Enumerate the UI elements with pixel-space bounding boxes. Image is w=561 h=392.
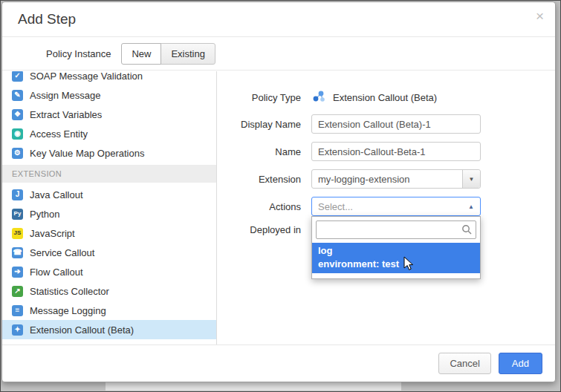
add-button[interactable]: Add — [499, 353, 542, 374]
sidebar-item-assign-message[interactable]: ✎Assign Message — [2, 85, 216, 105]
modal-header: Add Step × — [2, 2, 555, 37]
sidebar-item-soap-message-validation[interactable]: ✓SOAP Message Validation — [2, 71, 216, 85]
sidebar-item-label: Flow Callout — [30, 267, 83, 278]
assign-message-icon: ✎ — [12, 90, 23, 101]
sidebar-item-label: SOAP Message Validation — [30, 71, 143, 82]
sidebar-item-label: Message Logging — [30, 305, 106, 316]
sidebar-item-label: JavaScript — [30, 228, 75, 239]
display-name-row: Display Name — [218, 114, 555, 134]
soap-message-validation-icon: ✓ — [12, 71, 23, 82]
key-value-map-operations-icon: ⚙ — [12, 148, 23, 159]
close-icon[interactable]: × — [536, 9, 544, 23]
actions-search-input[interactable] — [316, 220, 476, 239]
page: Add Step × Policy Instance New Existing … — [0, 0, 561, 392]
actions-select[interactable]: Select... ▲ — [311, 197, 481, 216]
service-callout-icon: ☎ — [12, 247, 23, 258]
policy-instance-label: Policy Instance — [46, 48, 111, 59]
sidebar-item-statistics-collector[interactable]: ↗Statistics Collector — [2, 281, 216, 301]
sidebar-item-java-callout[interactable]: JJava Callout — [2, 185, 216, 204]
policy-type-label: Policy Type — [218, 92, 301, 103]
name-label: Name — [218, 146, 301, 157]
display-name-input[interactable] — [311, 114, 481, 134]
access-entity-icon: ◉ — [12, 128, 23, 140]
sidebar-item-label: Extension Callout (Beta) — [30, 324, 134, 336]
search-icon — [461, 224, 472, 238]
add-step-modal: Add Step × Policy Instance New Existing … — [1, 1, 556, 382]
extension-label: Extension — [218, 174, 301, 185]
sidebar-item-label: Extract Variables — [30, 109, 102, 120]
extension-callout-icon: ✦ — [12, 324, 23, 336]
sidebar-item-key-value-map-operations[interactable]: ⚙Key Value Map Operations — [2, 143, 216, 163]
sidebar-item-label: Key Value Map Operations — [30, 148, 144, 159]
extension-logo-icon — [311, 89, 326, 106]
statistics-collector-icon: ↗ — [12, 286, 23, 297]
modal-title: Add Step — [18, 11, 76, 27]
sidebar-item-extract-variables[interactable]: ❖Extract Variables — [2, 105, 216, 124]
action-option-label: log — [312, 243, 480, 258]
sidebar-item-message-logging[interactable]: ≡Message Logging — [2, 301, 216, 320]
action-option[interactable]: logenvironment: test — [312, 243, 480, 273]
new-button[interactable]: New — [121, 43, 161, 65]
extension-section-header: EXTENSION — [2, 165, 216, 183]
sidebar-item-label: Python — [30, 209, 59, 220]
action-option-sublabel: environment: test — [312, 258, 480, 273]
existing-button[interactable]: Existing — [160, 43, 215, 65]
extension-select-value: my-logging-extension — [318, 174, 410, 185]
policy-instance-toggle: New Existing — [121, 43, 215, 65]
cancel-button[interactable]: Cancel — [438, 353, 490, 374]
modal-footer: Cancel Add — [2, 344, 555, 382]
sidebar-item-label: Service Callout — [30, 247, 94, 258]
policy-list: ✓SOAP Message Validation✎Assign Message❖… — [2, 71, 217, 344]
extension-select[interactable]: my-logging-extension ▼ — [311, 169, 481, 189]
policy-type-value: Extension Callout (Beta) — [333, 92, 437, 103]
flow-callout-icon: ➔ — [12, 267, 23, 278]
actions-dropdown-panel: logenvironment: test — [311, 216, 481, 279]
name-input[interactable] — [311, 142, 481, 161]
policy-form: Policy Type Extension Callo — [218, 71, 555, 344]
sidebar-item-extension-callout-beta[interactable]: ✦Extension Callout (Beta) — [2, 320, 216, 339]
actions-label: Actions — [218, 201, 301, 212]
sidebar-item-label: Statistics Collector — [30, 286, 109, 297]
chevron-up-icon: ▲ — [468, 203, 474, 210]
extension-row: Extension my-logging-extension ▼ — [218, 169, 555, 189]
sidebar-item-python[interactable]: PyPython — [2, 204, 216, 223]
extract-variables-icon: ❖ — [12, 109, 23, 120]
name-row: Name — [218, 142, 555, 161]
message-logging-icon: ≡ — [12, 305, 23, 316]
sidebar-item-javascript[interactable]: JSJavaScript — [2, 223, 216, 243]
actions-select-value: Select... — [318, 201, 353, 212]
sidebar-item-label: Access Entity — [30, 128, 88, 140]
policy-type-row: Policy Type Extension Callo — [218, 89, 555, 106]
deployed-in-label: Deployed in — [218, 224, 301, 235]
actions-row: Actions Select... ▲ — [218, 197, 555, 216]
display-name-label: Display Name — [218, 119, 301, 130]
python-icon: Py — [12, 209, 23, 220]
sidebar-item-flow-callout[interactable]: ➔Flow Callout — [2, 262, 216, 281]
sidebar-item-access-entity[interactable]: ◉Access Entity — [2, 124, 216, 143]
javascript-icon: JS — [12, 228, 23, 239]
sidebar-item-label: Java Callout — [30, 189, 83, 200]
policy-instance-row: Policy Instance New Existing — [2, 38, 555, 71]
actions-option-list: logenvironment: test — [312, 243, 480, 273]
chevron-down-icon[interactable]: ▼ — [462, 170, 480, 188]
sidebar-item-label: Assign Message — [30, 90, 100, 101]
java-callout-icon: J — [12, 189, 23, 200]
sidebar-item-service-callout[interactable]: ☎Service Callout — [2, 243, 216, 262]
